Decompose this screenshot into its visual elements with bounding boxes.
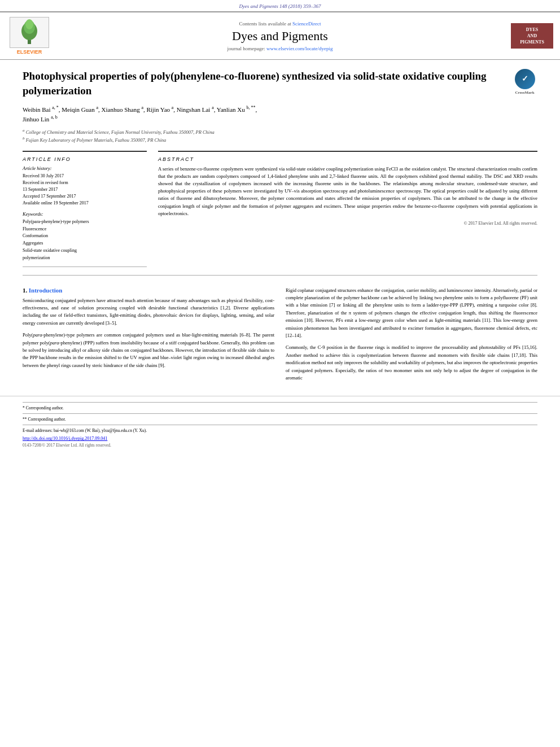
- keyword-1: Poly(para-phenylene)-type polymers: [23, 219, 147, 226]
- footer-area: * Corresponding author. ** Corresponding…: [0, 396, 560, 452]
- body-left-col: 1. Introduction Semiconducting conjugate…: [23, 287, 274, 387]
- citation-bar: Dyes and Pigments 148 (2018) 359–367: [0, 0, 560, 11]
- history-received: Received 30 July 2017: [23, 173, 147, 180]
- affiliations-block: a College of Chemistry and Material Scie…: [23, 128, 537, 144]
- crossmark-area: ✓ CrossMark: [512, 69, 537, 95]
- intro-heading-block: 1. Introduction: [23, 287, 274, 294]
- doi-link[interactable]: http://dx.doi.org/10.1016/j.dyepig.2017.…: [23, 436, 107, 441]
- body-columns: 1. Introduction Semiconducting conjugate…: [0, 287, 560, 387]
- svg-point-3: [25, 19, 33, 29]
- dyes-pigments-logo: DYES AND PIGMENTS: [511, 23, 553, 49]
- history-title: Article history:: [23, 165, 147, 171]
- issn-line: 0143-7208/© 2017 Elsevier Ltd. All right…: [23, 443, 537, 448]
- footnote-corresponding-1: * Corresponding author.: [23, 402, 537, 411]
- history-revised-date: 13 September 2017: [23, 186, 147, 193]
- article-title: Photophysical properties of poly(phenyle…: [23, 70, 487, 97]
- sciencedirect-link[interactable]: ScienceDirect: [292, 21, 321, 27]
- abstract-text: A series of benzene-co-fluorene copolyme…: [158, 165, 537, 217]
- intro-paragraph-1: Semiconducting conjugated polymers have …: [23, 297, 274, 327]
- keyword-4: Aggregates: [23, 240, 147, 247]
- info-abstract-columns: ARTICLE INFO Article history: Received 3…: [23, 151, 537, 267]
- article-content: Photophysical properties of poly(phenyle…: [0, 60, 560, 287]
- dyes-logo-area: DYES AND PIGMENTS: [508, 23, 553, 49]
- article-info-box: ARTICLE INFO Article history: Received 3…: [23, 151, 147, 267]
- article-title-block: Photophysical properties of poly(phenyle…: [23, 69, 537, 98]
- affiliation-b: b Fujian Key Laboratory of Polymer Mater…: [23, 136, 537, 144]
- abstract-title: ABSTRACT: [158, 156, 537, 162]
- elsevier-logo: ELSEVIER: [7, 17, 52, 55]
- crossmark-label: CrossMark: [512, 90, 537, 95]
- keyword-2: Fluorescence: [23, 226, 147, 233]
- abstract-column: ABSTRACT A series of benzene-co-fluorene…: [158, 151, 537, 267]
- keyword-6: polymerization: [23, 255, 147, 262]
- article-info-title: ARTICLE INFO: [23, 156, 147, 162]
- keywords-section: Keywords: Poly(para-phenylene)-type poly…: [23, 211, 147, 262]
- intro-section-number: 1.: [23, 287, 27, 294]
- intro-section-heading: Introduction: [29, 287, 63, 294]
- body-right-col: Rigid coplanar conjugated structures enh…: [286, 287, 537, 387]
- journal-homepage-link[interactable]: www.elsevier.com/locate/dyepig: [266, 46, 333, 51]
- crossmark-icon: ✓: [515, 69, 535, 89]
- affiliation-a: a College of Chemistry and Material Scie…: [23, 128, 537, 136]
- intro-paragraph-2: Poly(para-phenylene)-type polymers are c…: [23, 331, 274, 369]
- article-info-column: ARTICLE INFO Article history: Received 3…: [23, 151, 147, 267]
- keyword-5: Solid-state oxidative coupling: [23, 247, 147, 255]
- elsevier-tree-icon: [12, 19, 46, 47]
- elsevier-logo-area: ELSEVIER: [7, 17, 52, 55]
- doi-line[interactable]: http://dx.doi.org/10.1016/j.dyepig.2017.…: [23, 436, 537, 441]
- section-divider: [23, 275, 537, 276]
- citation-text: Dyes and Pigments 148 (2018) 359–367: [239, 3, 321, 9]
- sciencedirect-line: Contents lists available at ScienceDirec…: [58, 21, 502, 27]
- authors-line: Weibin Bai a, *, Meiqin Guan a, Xianhuo …: [23, 104, 537, 124]
- history-online: Available online 19 September 2017: [23, 200, 147, 207]
- intro-paragraph-3: Rigid coplanar conjugated structures enh…: [286, 287, 537, 340]
- journal-homepage: journal homepage: www.elsevier.com/locat…: [58, 46, 502, 51]
- elsevier-brand-text: ELSEVIER: [17, 49, 42, 55]
- abstract-box: ABSTRACT A series of benzene-co-fluorene…: [158, 151, 537, 226]
- history-accepted: Accepted 17 September 2017: [23, 193, 147, 200]
- intro-paragraph-4: Commonly, the C-9 position in the fluore…: [286, 344, 537, 382]
- journal-center-info: Contents lists available at ScienceDirec…: [58, 21, 502, 51]
- journal-title: Dyes and Pigments: [58, 29, 502, 43]
- keywords-title: Keywords:: [23, 211, 147, 217]
- history-revised: Received in revised form: [23, 180, 147, 186]
- footnote-corresponding-2: ** Corresponding author.: [23, 413, 537, 422]
- footnote-email: E-mail addresses: bai-wb@163.com (W. Bai…: [23, 425, 537, 434]
- copyright-line: © 2017 Elsevier Ltd. All rights reserved…: [158, 221, 537, 226]
- article-history: Article history: Received 30 July 2017 R…: [23, 165, 147, 207]
- page-wrapper: Dyes and Pigments 148 (2018) 359–367 ELS…: [0, 0, 560, 747]
- keyword-3: Conformation: [23, 233, 147, 240]
- journal-header: ELSEVIER Contents lists available at Sci…: [0, 11, 560, 60]
